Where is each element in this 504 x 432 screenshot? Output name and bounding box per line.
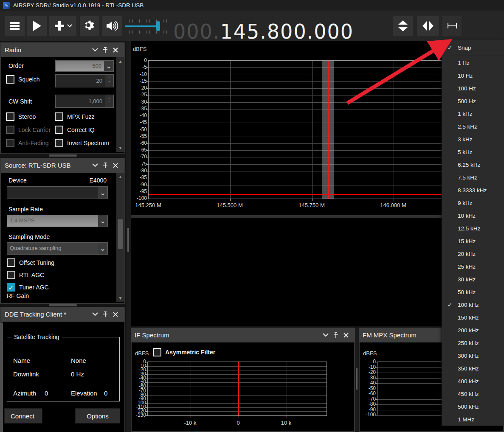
- hamburger-menu-button[interactable]: [5, 16, 25, 36]
- invert-spectrum-checkbox[interactable]: [55, 139, 63, 147]
- audio-mute-button[interactable]: [102, 16, 122, 36]
- rtl-agc-toggle[interactable]: RTL AGC: [7, 271, 44, 279]
- menu-item-300-khz[interactable]: 300 kHz: [442, 349, 504, 362]
- menu-item-400-khz[interactable]: 400 kHz: [442, 375, 504, 387]
- menu-item-450-khz[interactable]: 450 kHz: [442, 387, 504, 400]
- scroll-up-icon[interactable]: ▲: [118, 57, 123, 65]
- squelch-checkbox[interactable]: [6, 75, 14, 84]
- menu-item-150-khz[interactable]: 150 kHz: [442, 311, 504, 324]
- play-button[interactable]: [27, 16, 47, 36]
- connect-button[interactable]: Connect: [4, 408, 42, 424]
- correct-iq-checkbox[interactable]: [55, 126, 63, 134]
- spinner-updown-icon[interactable]: ˆˇ: [105, 95, 113, 107]
- menu-item-15-khz[interactable]: 15 kHz: [442, 235, 504, 247]
- menu-item-1-mhz[interactable]: 1 MHz: [442, 413, 504, 426]
- chevron-down-icon[interactable]: ⌄: [98, 187, 107, 199]
- menu-item-1-khz[interactable]: 1 kHz: [442, 107, 504, 120]
- frequency-display[interactable]: 000.145.800.000: [173, 20, 354, 43]
- stereo-checkbox[interactable]: [6, 112, 14, 121]
- source-scrollbar[interactable]: ▲ ▼: [116, 173, 124, 302]
- if-spectrum-header[interactable]: IF Spectrum: [131, 328, 355, 342]
- tuner-agc-checkbox[interactable]: ✓: [7, 283, 15, 292]
- menu-item-6-25-khz[interactable]: 6.25 kHz: [442, 158, 504, 171]
- menu-item-500-khz[interactable]: 500 kHz: [442, 400, 504, 413]
- order-combo[interactable]: 500 ⌄: [55, 60, 114, 72]
- collapse-chevron-icon[interactable]: [90, 310, 100, 319]
- chevron-down-icon[interactable]: ⌄: [104, 61, 113, 71]
- offset-tuning-checkbox[interactable]: [7, 258, 15, 267]
- mpx-fuzz-toggle[interactable]: MPX Fuzz: [55, 112, 95, 121]
- tuner-agc-toggle[interactable]: ✓Tuner AGC: [7, 283, 49, 292]
- sampling-mode-combo[interactable]: Quadrature sampling ⌄: [7, 242, 108, 255]
- menu-item-100-khz[interactable]: ✓100 kHz: [442, 298, 504, 311]
- chevron-down-icon[interactable]: ⌄: [98, 215, 107, 227]
- chevron-down-icon[interactable]: ⌄: [98, 243, 107, 254]
- menu-item-8-3333-khz[interactable]: 8.3333 kHz: [442, 184, 504, 196]
- collapse-chevron-icon[interactable]: [321, 331, 331, 340]
- volume-slider[interactable]: [125, 18, 170, 34]
- menu-item-100-hz[interactable]: 100 Hz: [442, 82, 504, 95]
- asymmetric-filter-checkbox[interactable]: [153, 348, 161, 356]
- menu-item-10-khz[interactable]: 10 kHz: [442, 209, 504, 222]
- collapse-chevron-icon[interactable]: [90, 45, 100, 55]
- menu-item-20-khz[interactable]: 20 kHz: [442, 247, 504, 260]
- options-button[interactable]: Options: [75, 408, 120, 424]
- close-icon[interactable]: [110, 45, 121, 55]
- menu-item-250-khz[interactable]: 250 kHz: [442, 337, 504, 349]
- asymmetric-filter-toggle[interactable]: Asymmetric Filter: [153, 348, 215, 356]
- frequency-updown-button[interactable]: [393, 16, 413, 36]
- menu-item-50-khz[interactable]: 50 kHz: [442, 286, 504, 298]
- menu-item-12-5-khz[interactable]: 12.5 kHz: [442, 222, 504, 235]
- offset-tuning-toggle[interactable]: Offset Tuning: [7, 258, 54, 267]
- volume-thumb[interactable]: [156, 21, 160, 31]
- close-icon[interactable]: [341, 331, 351, 340]
- radio-panel-header[interactable]: Radio: [1, 42, 124, 57]
- menu-item-200-khz[interactable]: 200 kHz: [442, 324, 504, 337]
- panel-splitter[interactable]: [0, 304, 125, 307]
- menu-item-10-hz[interactable]: 10 Hz: [442, 69, 504, 82]
- menu-item-2-5-khz[interactable]: 2.5 kHz: [442, 120, 504, 133]
- scrollbar-thumb[interactable]: [118, 219, 123, 249]
- sample-rate-combo[interactable]: 1.4 MSPS ⌄: [7, 215, 108, 227]
- spinner-updown-icon[interactable]: ˆˇ: [105, 75, 113, 87]
- close-icon[interactable]: [110, 161, 121, 170]
- dde-panel-header[interactable]: DDE Tracking Client *: [1, 307, 124, 322]
- add-panel-button[interactable]: [49, 16, 76, 36]
- dde-left-scrollbar[interactable]: [0, 323, 3, 432]
- radio-scrollbar[interactable]: ▲ ▼: [116, 57, 124, 152]
- scroll-down-icon[interactable]: ▼: [118, 294, 123, 302]
- close-icon[interactable]: [110, 310, 121, 319]
- squelch-input[interactable]: 20 ˆˇ: [55, 74, 114, 87]
- rtl-agc-checkbox[interactable]: [7, 271, 15, 279]
- source-panel-header[interactable]: Source: RTL-SDR USB: [1, 158, 124, 173]
- panel-splitter[interactable]: [0, 154, 125, 157]
- menu-item-9-khz[interactable]: 9 kHz: [442, 196, 504, 209]
- menu-item-snap[interactable]: ✓Snap: [442, 41, 504, 54]
- menu-item-500-hz[interactable]: 500 Hz: [442, 95, 504, 107]
- mpx-fuzz-checkbox[interactable]: [55, 112, 63, 121]
- pin-icon[interactable]: [100, 310, 110, 319]
- cw-shift-input[interactable]: 1,000 ˆˇ: [55, 95, 114, 108]
- if-spectrum-plot[interactable]: [147, 362, 327, 416]
- correct-iq-toggle[interactable]: Correct IQ: [55, 126, 95, 134]
- pin-icon[interactable]: [100, 45, 110, 55]
- menu-item-1-hz[interactable]: 1 Hz: [442, 56, 504, 69]
- menu-item-350-khz[interactable]: 350 kHz: [442, 362, 504, 375]
- collapse-chevron-icon[interactable]: [90, 161, 100, 170]
- settings-button[interactable]: [80, 16, 99, 36]
- menu-item-25-khz[interactable]: 25 kHz: [442, 260, 504, 273]
- device-combo[interactable]: ⌄: [7, 186, 108, 199]
- menu-item-5-khz[interactable]: 5 kHz: [442, 146, 504, 158]
- squelch-toggle[interactable]: Squelch: [6, 75, 40, 84]
- frequency-leftright-button[interactable]: [417, 16, 439, 36]
- snap-step-button[interactable]: [442, 16, 462, 36]
- pin-icon[interactable]: [100, 161, 110, 170]
- invert-spectrum-toggle[interactable]: Invert Spectrum: [55, 139, 109, 147]
- scroll-down-icon[interactable]: ▼: [118, 144, 123, 152]
- menu-item-7-5-khz[interactable]: 7.5 kHz: [442, 171, 504, 184]
- menu-item-30-khz[interactable]: 30 kHz: [442, 273, 504, 286]
- scroll-up-icon[interactable]: ▲: [118, 173, 123, 181]
- menu-item-3-khz[interactable]: 3 kHz: [442, 133, 504, 146]
- bottom-panel-splitter[interactable]: [355, 328, 359, 432]
- stereo-toggle[interactable]: Stereo: [6, 112, 36, 121]
